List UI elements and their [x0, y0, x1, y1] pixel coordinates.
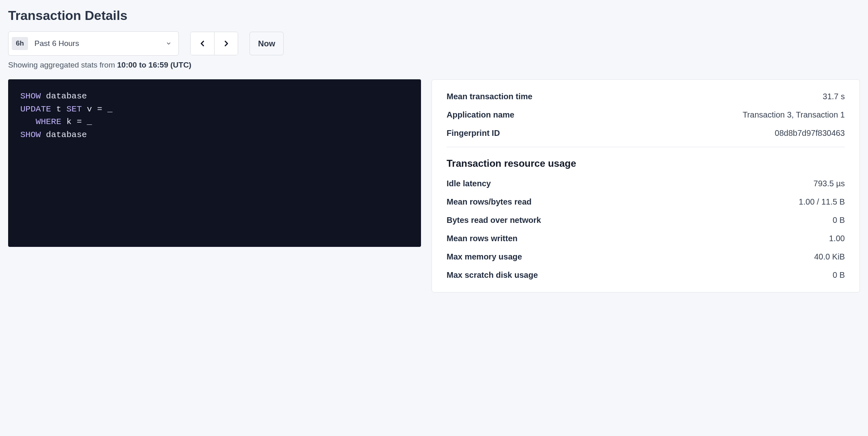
sql-keyword: SHOW [20, 92, 41, 101]
kv-rows-bytes-read: Mean rows/bytes read 1.00 / 11.5 B [447, 197, 845, 207]
sql-text: k = _ [61, 117, 92, 126]
details-panel: Mean transaction time 31.7 s Application… [432, 79, 860, 292]
kv-label: Max memory usage [447, 252, 522, 262]
next-button[interactable] [214, 32, 238, 55]
divider [447, 147, 845, 147]
chevron-right-icon [222, 39, 231, 48]
kv-label: Fingerprint ID [447, 129, 500, 138]
time-range-label: Past 6 Hours [35, 39, 165, 48]
prev-button[interactable] [191, 32, 214, 55]
kv-label: Mean rows/bytes read [447, 197, 532, 207]
kv-value: 08d8b7d97f830463 [775, 129, 845, 138]
caption-range: 10:00 to 16:59 (UTC) [117, 61, 191, 69]
kv-label: Idle latency [447, 179, 491, 188]
chevron-left-icon [198, 39, 207, 48]
sql-keyword: WHERE [36, 117, 61, 126]
time-range-badge: 6h [12, 37, 28, 50]
kv-max-memory: Max memory usage 40.0 KiB [447, 252, 845, 262]
kv-value: 40.0 KiB [814, 252, 845, 262]
kv-label: Mean rows written [447, 234, 517, 243]
sql-keyword: SET [66, 105, 82, 114]
kv-value: 31.7 s [823, 92, 845, 101]
sql-text: database [41, 130, 87, 140]
kv-label: Mean transaction time [447, 92, 532, 101]
kv-label: Bytes read over network [447, 216, 541, 225]
time-range-select[interactable]: 6h Past 6 Hours [8, 31, 179, 56]
time-nav-group [190, 32, 238, 55]
kv-label: Max scratch disk usage [447, 270, 538, 280]
chevron-down-icon [165, 40, 172, 47]
sql-text: t [51, 105, 67, 114]
kv-value: 793.5 µs [814, 179, 845, 188]
kv-value: 0 B [833, 270, 845, 280]
kv-idle-latency: Idle latency 793.5 µs [447, 179, 845, 188]
kv-rows-written: Mean rows written 1.00 [447, 234, 845, 243]
kv-value: Transaction 3, Transaction 1 [742, 110, 845, 120]
content-area: SHOW database UPDATE t SET v = _ WHERE k… [8, 79, 860, 292]
kv-label: Application name [447, 110, 514, 120]
sql-pad [20, 117, 36, 126]
kv-scratch-disk: Max scratch disk usage 0 B [447, 270, 845, 280]
kv-mean-transaction-time: Mean transaction time 31.7 s [447, 92, 845, 101]
sql-text: database [41, 92, 87, 101]
kv-value: 0 B [833, 216, 845, 225]
kv-bytes-network: Bytes read over network 0 B [447, 216, 845, 225]
toolbar: 6h Past 6 Hours Now [8, 31, 860, 56]
now-button[interactable]: Now [250, 32, 284, 55]
sql-text: v = _ [82, 105, 113, 114]
sql-keyword: SHOW [20, 130, 41, 140]
sql-code-block: SHOW database UPDATE t SET v = _ WHERE k… [8, 79, 421, 247]
kv-application-name: Application name Transaction 3, Transact… [447, 110, 845, 120]
sql-keyword: UPDATE [20, 105, 51, 114]
kv-value: 1.00 / 11.5 B [799, 197, 845, 207]
kv-fingerprint-id: Fingerprint ID 08d8b7d97f830463 [447, 129, 845, 138]
page-title: Transaction Details [8, 8, 860, 23]
caption-prefix: Showing aggregated stats from [8, 61, 117, 69]
resource-usage-title: Transaction resource usage [447, 158, 845, 169]
kv-value: 1.00 [829, 234, 845, 243]
aggregated-stats-caption: Showing aggregated stats from 10:00 to 1… [8, 61, 860, 70]
